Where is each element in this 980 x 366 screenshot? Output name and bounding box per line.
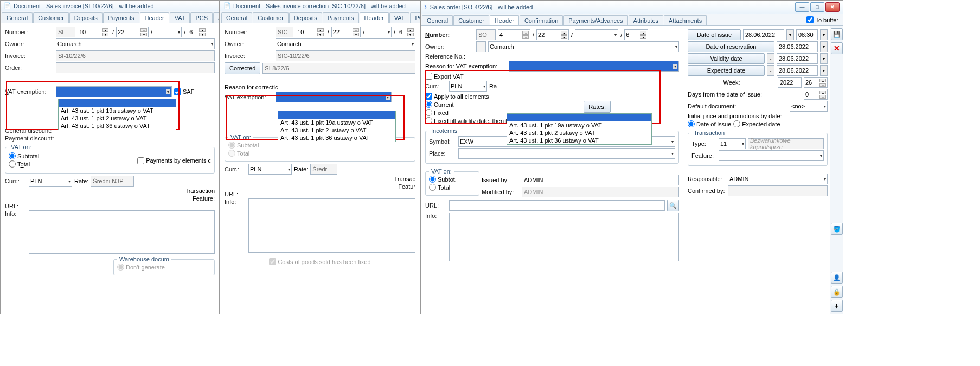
cancel-button[interactable]: ✕ [831, 42, 843, 54]
down-button[interactable]: ⬇ [831, 300, 843, 312]
num-dd[interactable]: ▾ [367, 27, 392, 37]
curr-dd[interactable]: PLN▾ [29, 176, 72, 187]
radio-total[interactable]: Total [429, 184, 450, 191]
vat-opt-2[interactable]: Art. 43 ust. 1 pkt 2 ustawy o VAT [59, 114, 176, 122]
to-buffer-check[interactable]: To buffer [806, 16, 838, 23]
owner-field[interactable]: Comarch▾ [56, 38, 215, 49]
type-dd[interactable]: 11▾ [719, 138, 746, 149]
tab-vat[interactable]: VAT [170, 12, 190, 23]
num-c[interactable]: 6▴▾ [624, 29, 648, 40]
tab-pcs[interactable]: PCS [410, 12, 420, 23]
issued-field[interactable]: ADMIN [522, 175, 679, 185]
owner-field[interactable]: Comarch▾ [276, 38, 415, 49]
num-a[interactable]: 4▴▾ [498, 29, 530, 40]
num-dd[interactable]: ▾ [155, 27, 182, 37]
doi-date[interactable]: 28.06.2022 [743, 29, 784, 40]
tab-deposits[interactable]: Deposits [289, 12, 322, 23]
radio-subtotal[interactable]: Subtotal [9, 152, 39, 159]
val-spin[interactable]: ▾ [820, 53, 828, 64]
feature-dd[interactable]: ▾ [719, 150, 824, 161]
vat-opt-1[interactable]: Art. 43 ust. 1 pkt 19a ustawy o VAT [59, 107, 176, 114]
num-c[interactable]: 6▴▾ [398, 27, 415, 37]
radio-ipp-exp[interactable]: Expected date [733, 120, 780, 127]
titlebar[interactable]: 📄 Document - Sales invoice [SI-10/22/6] … [1, 1, 219, 11]
tab-general[interactable]: General [221, 12, 252, 23]
radio-subtot[interactable]: Subtot. [429, 176, 457, 183]
vat-opt-blank[interactable] [59, 99, 176, 107]
tab-confirmation[interactable]: Confirmation [520, 15, 563, 25]
vat-opt-1[interactable]: Art. 43 ust. 1 pkt 19a ustawy o VAT [507, 121, 651, 129]
vat-exemption-list[interactable]: Art. 43 ust. 1 pkt 19a ustawy o VAT Art.… [58, 99, 176, 130]
radio-current[interactable]: Current [425, 101, 454, 108]
tab-attributes[interactable]: Attributes [213, 12, 220, 23]
reason-vat-list[interactable]: Art. 43 ust. 1 pkt 19a ustawy o VAT Art.… [507, 113, 652, 145]
tab-customer[interactable]: Customer [453, 15, 489, 25]
tab-header[interactable]: Header [490, 15, 519, 25]
date-of-reservation-button[interactable]: Date of reservation [688, 41, 774, 52]
close-button[interactable]: ✕ [825, 2, 840, 12]
num-b[interactable]: 22▴▾ [116, 27, 149, 37]
vat-opt-2[interactable]: Art. 43 ust. 1 pkt 2 ustawy o VAT [278, 126, 395, 134]
validity-date-button[interactable]: Validity date [688, 53, 765, 64]
vat-opt-blank[interactable] [278, 111, 395, 119]
vat-exemption-list[interactable]: Art. 43 ust. 1 pkt 19a ustawy o VAT Art.… [278, 111, 396, 142]
save-button[interactable]: 💾 [831, 28, 843, 40]
bucket-button[interactable]: 🪣 [831, 223, 843, 235]
user-button[interactable]: 👤 [831, 272, 843, 284]
num-a[interactable]: 10▴▾ [296, 27, 325, 37]
vat-exemption-dropdown[interactable]: ▾ [56, 86, 172, 97]
tab-deposits[interactable]: Deposits [69, 12, 103, 23]
corrected-button[interactable]: Corrected [225, 62, 260, 74]
tab-general[interactable]: General [422, 15, 453, 25]
num-b[interactable]: 22▴▾ [331, 27, 361, 37]
radio-ipp-doi[interactable]: Date of issue [688, 120, 731, 127]
num-c[interactable]: 6▴▾ [188, 27, 207, 37]
titlebar[interactable]: Σ Sales order [SO-4/22/6] - will be adde… [421, 1, 843, 14]
week-num[interactable]: 26▴▾ [804, 77, 828, 88]
num-dd[interactable]: ▾ [575, 29, 618, 40]
tab-customer[interactable]: Customer [253, 12, 289, 23]
tab-general[interactable]: General [2, 12, 33, 23]
reason-vat-dropdown[interactable]: ▾ [509, 61, 679, 72]
vat-opt-blank[interactable] [507, 114, 651, 121]
tab-payments[interactable]: Payments [323, 12, 359, 23]
info-textarea[interactable] [449, 213, 679, 261]
minimize-button[interactable]: — [795, 2, 809, 12]
vat-opt-3[interactable]: Art. 43 ust. 1 pkt 36 ustawy o VAT [507, 137, 651, 144]
radio-fixed[interactable]: Fixed [425, 109, 449, 116]
doi-spin[interactable]: ▾ [786, 29, 794, 40]
exp-date[interactable]: 28.06.2022 [777, 65, 818, 76]
resp-dd[interactable]: ADMIN▾ [728, 174, 828, 184]
dor-spin[interactable]: ▾ [820, 41, 828, 52]
curr-dd[interactable]: PLN▾ [449, 81, 487, 92]
vat-opt-3[interactable]: Art. 43 ust. 1 pkt 36 ustawy o VAT [278, 134, 395, 142]
tab-attachments[interactable]: Attachments [664, 15, 707, 25]
url-field[interactable] [449, 200, 665, 211]
num-b[interactable]: 22▴▾ [536, 29, 569, 40]
saf-checkbox[interactable]: SAF [174, 88, 194, 95]
info-textarea[interactable] [248, 198, 415, 253]
vat-opt-1[interactable]: Art. 43 ust. 1 pkt 19a ustawy o VAT [278, 119, 395, 126]
val-date[interactable]: 28.06.2022 [777, 53, 818, 64]
tab-payments-advances[interactable]: Payments/Advances [563, 15, 627, 25]
rates-button[interactable]: Rates: [584, 101, 611, 113]
tab-header[interactable]: Header [360, 12, 389, 23]
pay-elements-check[interactable]: Payments by elements c [137, 157, 211, 164]
vat-exemption-dropdown[interactable]: ▾ [276, 92, 392, 102]
days-field[interactable]: 0▴▾ [804, 89, 828, 100]
radio-total[interactable]: Total [9, 160, 30, 168]
defdoc-dd[interactable]: <no>▾ [790, 101, 828, 112]
url-browse-button[interactable]: 🔍 [667, 200, 679, 211]
curr-dd[interactable]: PLN▾ [248, 164, 292, 175]
owner-field[interactable]: Comarch▾ [488, 41, 679, 52]
titlebar[interactable]: 📄 Document - Sales invoice correction [S… [220, 1, 420, 11]
doi-time[interactable]: 08:30 [796, 29, 818, 40]
dor-date[interactable]: 28.06.2022 [777, 41, 818, 52]
lock-button[interactable]: 🔒 [831, 286, 843, 298]
info-textarea[interactable] [29, 210, 215, 254]
exp-toggle[interactable]: - [767, 65, 774, 76]
vat-opt-3[interactable]: Art. 43 ust. 1 pkt 36 ustawy o VAT [59, 122, 176, 130]
week-year[interactable]: 2022 [778, 77, 802, 88]
expected-date-button[interactable]: Expected date [688, 65, 765, 76]
tab-customer[interactable]: Customer [33, 12, 69, 23]
